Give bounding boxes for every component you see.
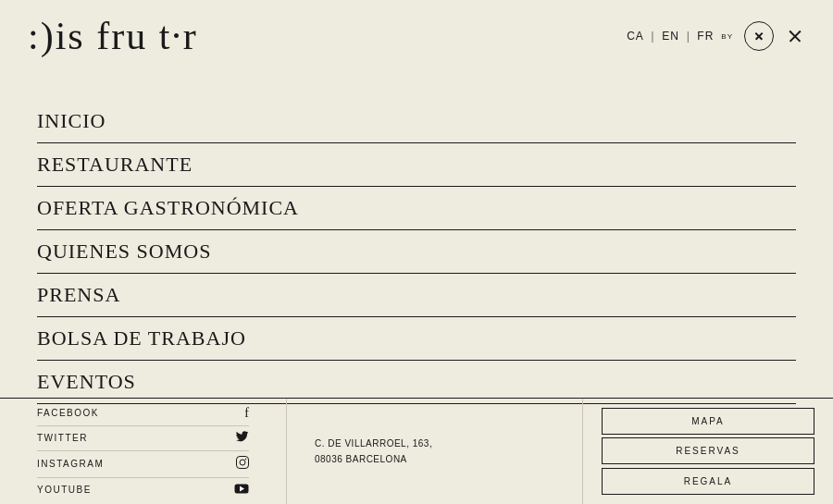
regala-button[interactable]: REGALA	[602, 468, 814, 495]
nav-item-prensa[interactable]: PRENSA	[37, 274, 796, 317]
header: :)is fru t·r CA | EN | FR BY	[0, 0, 833, 72]
svg-rect-0	[237, 456, 249, 468]
mapa-button[interactable]: MAPA	[602, 408, 814, 435]
nav-item-restaurante[interactable]: RESTAURANTE	[37, 143, 796, 187]
facebook-icon: f	[244, 406, 249, 421]
nav-item-quienes[interactable]: QUIENES SOMOS	[37, 230, 796, 274]
header-right: CA | EN | FR BY	[619, 21, 805, 51]
address-line2: 08036 BARCELONA	[315, 454, 407, 464]
social-twitter[interactable]: TWITTER	[37, 426, 249, 451]
twitter-icon	[236, 431, 249, 446]
by-label: BY	[721, 32, 733, 41]
social-instagram[interactable]: INSTAGRAM	[37, 451, 249, 478]
social-facebook[interactable]: FACEBOOK f	[37, 401, 249, 426]
svg-point-2	[245, 458, 247, 460]
close-button[interactable]	[785, 26, 805, 46]
nav-item-bolsa[interactable]: BOLSA DE TRABAJO	[37, 317, 796, 361]
rw-icon-button[interactable]	[744, 21, 774, 51]
youtube-icon	[234, 483, 249, 498]
facebook-label: FACEBOOK	[37, 408, 99, 418]
nav-item-oferta[interactable]: OFERTA GASTRONÓMICA	[37, 187, 796, 230]
svg-point-1	[240, 460, 245, 465]
lang-fr[interactable]: FR	[690, 30, 721, 43]
logo[interactable]: :)is fru t·r	[28, 17, 198, 55]
address-text: C. DE VILLARROEL, 163, 08036 BARCELONA	[315, 436, 432, 467]
social-youtube[interactable]: YOUTUBE	[37, 478, 249, 502]
instagram-icon	[236, 456, 249, 473]
footer-social: FACEBOOK f TWITTER INSTAGRAM YOUTUBE	[0, 399, 287, 504]
language-nav: CA | EN | FR BY	[619, 30, 733, 43]
youtube-label: YOUTUBE	[37, 485, 92, 495]
footer-address: C. DE VILLARROEL, 163, 08036 BARCELONA	[287, 399, 583, 504]
main-nav: INICIO RESTAURANTE OFERTA GASTRONÓMICA Q…	[0, 72, 833, 404]
lang-ca[interactable]: CA	[619, 30, 652, 43]
footer-actions: MAPA RESERVAS REGALA	[583, 399, 833, 504]
reservas-button[interactable]: RESERVAS	[602, 437, 814, 464]
instagram-label: INSTAGRAM	[37, 459, 104, 469]
lang-en[interactable]: EN	[654, 30, 687, 43]
nav-item-inicio[interactable]: INICIO	[37, 100, 796, 143]
address-line1: C. DE VILLARROEL, 163,	[315, 438, 432, 449]
rw-icon	[752, 30, 765, 43]
twitter-label: TWITTER	[37, 433, 88, 443]
close-icon	[787, 28, 803, 44]
footer: FACEBOOK f TWITTER INSTAGRAM YOUTUBE	[0, 398, 833, 504]
